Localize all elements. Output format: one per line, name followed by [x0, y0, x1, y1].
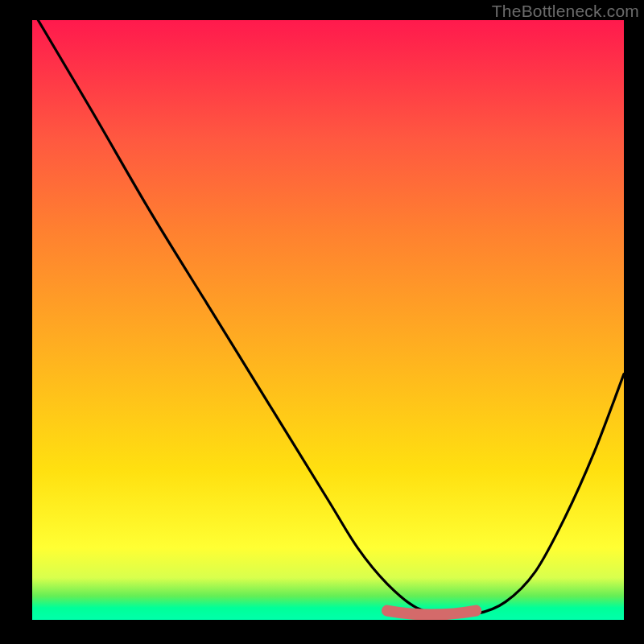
band-line — [387, 611, 476, 615]
bottleneck-curve — [38, 20, 624, 615]
curve-line — [38, 20, 624, 615]
optimal-band — [387, 611, 476, 615]
chart-frame: TheBottleneck.com — [0, 0, 644, 644]
plot-area — [32, 20, 624, 620]
watermark-text: TheBottleneck.com — [492, 2, 639, 21]
chart-svg — [32, 20, 624, 620]
